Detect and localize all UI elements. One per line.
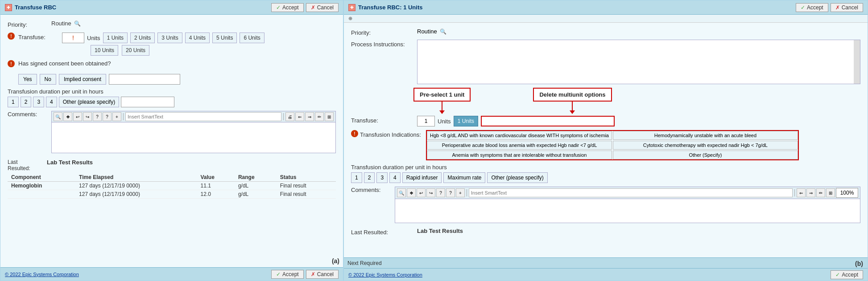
priority-label-b: Priority:	[351, 28, 413, 36]
dur-btn-2-b[interactable]: 2	[364, 172, 375, 183]
consent-implied-btn-a[interactable]: Implied consent	[59, 74, 106, 85]
dur-btn-3-a[interactable]: 3	[33, 97, 44, 107]
lab-header-a: LastResulted: Lab Test Results	[8, 159, 336, 171]
unit-btn-3-a[interactable]: 3 Units	[157, 33, 182, 43]
consent-text-input-a[interactable]	[109, 74, 180, 85]
toolbar-arrow-left-a[interactable]: ⇐	[295, 112, 304, 121]
indication-6-b[interactable]: Other (Specify)	[613, 151, 798, 159]
toolbar-smart-a[interactable]: ❖	[63, 112, 72, 121]
toolbar-b2[interactable]: ⊞	[826, 188, 835, 197]
footer-accept-btn-a[interactable]: ✓ Accept	[271, 270, 304, 279]
dur-btn-3-b[interactable]: 3	[376, 172, 388, 183]
toolbar-arrow-right-a[interactable]: ⇒	[305, 112, 314, 121]
dur-other-input-a[interactable]	[121, 97, 174, 107]
unit-btn-4-a[interactable]: 4 Units	[185, 33, 210, 43]
unit-btn-1-b[interactable]: 1 Units	[454, 116, 478, 126]
toolbar-smart-b[interactable]: ❖	[407, 188, 416, 197]
cancel-button-b[interactable]: ✗ Cancel	[831, 3, 863, 12]
process-instructions-box-b[interactable]	[417, 40, 860, 84]
consent-yes-btn-a[interactable]: Yes	[18, 74, 37, 85]
indication-4-b[interactable]: Cytotoxic chemotherapy with expected nad…	[613, 141, 798, 150]
transfuse-value-input-a[interactable]: !	[62, 33, 84, 43]
dur-btn-1-a[interactable]: 1	[8, 97, 19, 107]
cancel-button-a[interactable]: ✗ Cancel	[306, 3, 339, 12]
unit-btn-6-a[interactable]: 6 Units	[240, 33, 264, 43]
toolbar-search-b[interactable]: 🔍	[397, 188, 406, 197]
accept-button-b[interactable]: ✓ Accept	[796, 3, 828, 12]
toolbar-plus-a[interactable]: +	[112, 112, 121, 121]
unit-btn-2-a[interactable]: 2 Units	[130, 33, 155, 43]
indication-5-b[interactable]: Anemia with symptoms that are intolerabl…	[427, 151, 612, 159]
lab-last-label-a: LastResulted:	[8, 159, 43, 171]
unit-btn-5-a[interactable]: 5 Units	[212, 33, 237, 43]
indications-error-b: !	[351, 130, 358, 137]
consent-no-btn-a[interactable]: No	[40, 74, 56, 85]
toolbar-undo-b[interactable]: ↩	[417, 188, 426, 197]
scrollbar-b[interactable]	[854, 40, 860, 84]
priority-search-icon-a[interactable]: 🔍	[74, 20, 81, 27]
transfuse-value-input-b[interactable]	[417, 116, 435, 126]
toolbar-q2-b[interactable]: ?	[446, 188, 455, 197]
comments-label-a: Comments:	[8, 111, 48, 155]
indication-1-b[interactable]: Hgb <8 g/dL AND with known cardiovascula…	[427, 131, 612, 140]
consent-question-a: Has signed consent been obtained?	[18, 60, 111, 67]
percent-input-b[interactable]	[836, 188, 858, 198]
footer-check-icon-b: ✓	[835, 272, 840, 278]
unit-btn-10-a[interactable]: 10 Units	[91, 45, 118, 56]
unit-btn-20-a[interactable]: 20 Units	[122, 45, 149, 56]
dur-btn-rapid-b[interactable]: Rapid infuser	[402, 172, 442, 183]
toolbar-print-a[interactable]: 🖨	[285, 112, 294, 121]
duration-section-a: Transfusion duration per unit in hours 1…	[8, 88, 336, 107]
accept-button-a[interactable]: ✓ Accept	[271, 3, 304, 12]
smarttext-input-a[interactable]	[125, 112, 281, 121]
toolbar-plus-b[interactable]: +	[456, 188, 465, 197]
transfuse-icon-b: ✚	[348, 4, 355, 11]
toolbar-arrow-right-b[interactable]: ⇒	[806, 188, 815, 197]
dur-btn-other-b[interactable]: Other (please specify)	[487, 172, 547, 183]
toolbar-redo-b[interactable]: ↪	[426, 188, 435, 197]
title-text-b: Transfuse RBC: 1 Units	[358, 4, 422, 11]
panel-label-b: (b)	[855, 260, 863, 267]
x-icon-b: ✗	[835, 4, 840, 11]
indication-3-b[interactable]: Perioperative acute blood loss anemia wi…	[427, 141, 612, 150]
dur-btn-4-a[interactable]: 4	[46, 97, 57, 107]
toolbar-arrow-left-b[interactable]: ⇐	[797, 188, 806, 197]
consent-section-a: ! Has signed consent been obtained? Yes …	[8, 60, 336, 85]
copyright-b[interactable]: © 2022 Epic Systems Corporation	[348, 272, 422, 277]
dur-btn-1-b[interactable]: 1	[351, 172, 362, 183]
indication-2-b[interactable]: Hemodynamically unstable with an acute b…	[613, 131, 798, 140]
dur-btn-4-b[interactable]: 4	[389, 172, 401, 183]
title-bar-b: ✚ Transfuse RBC: 1 Units ✓ Accept ✗ Canc…	[344, 0, 868, 15]
copyright-a[interactable]: © 2022 Epic Systems Corporation	[5, 272, 79, 277]
lab-header-row-a: Component Time Elapsed Value Range Statu…	[8, 173, 336, 182]
comments-textarea-b[interactable]	[395, 199, 860, 223]
indications-label-b: Transfusion Indications:	[360, 130, 422, 138]
footer-cancel-btn-a[interactable]: ✗ Cancel	[306, 270, 339, 279]
toolbar-edit-a[interactable]: ✏	[315, 112, 324, 121]
toolbar-undo-a[interactable]: ↩	[73, 112, 82, 121]
sub-icon-b: ⊕	[348, 16, 352, 21]
toolbar-edit-b[interactable]: ✏	[816, 188, 825, 197]
priority-search-icon-b[interactable]: 🔍	[440, 29, 446, 35]
smarttext-input-b[interactable]	[469, 188, 793, 197]
priority-value-a: Routine	[51, 20, 71, 27]
toolbar-q2-a[interactable]: ?	[103, 112, 112, 121]
toolbar-q-a[interactable]: ?	[93, 112, 102, 121]
footer-accept-btn-b[interactable]: ✓ Accept	[831, 270, 863, 279]
toolbar-table-a[interactable]: ⊞	[325, 112, 334, 121]
duration-btns-b: 1 2 3 4 Rapid infuser Maximum rate Other…	[351, 172, 860, 183]
dur-btn-max-b[interactable]: Maximum rate	[443, 172, 485, 183]
lab-status-1-a: Final result	[277, 182, 336, 190]
units-label-a: Units	[87, 35, 100, 41]
process-instructions-container-b	[417, 40, 860, 84]
lab-title-a: Lab Test Results	[47, 159, 93, 171]
comments-textarea-a[interactable]	[51, 122, 336, 153]
dur-btn-other-a[interactable]: Other (please specify)	[59, 97, 119, 107]
comments-with-callout-b: Add guideline-based indications	[395, 199, 860, 223]
dur-btn-2-a[interactable]: 2	[21, 97, 32, 107]
toolbar-redo-a[interactable]: ↪	[83, 112, 92, 121]
unit-btn-1-a[interactable]: 1 Units	[103, 33, 128, 43]
toolbar-q-b[interactable]: ?	[436, 188, 445, 197]
toolbar-search-a[interactable]: 🔍	[54, 112, 62, 121]
transfuse-row-a: ! Transfuse: ! Units 1 Units 2 Units 3 U…	[8, 33, 336, 43]
